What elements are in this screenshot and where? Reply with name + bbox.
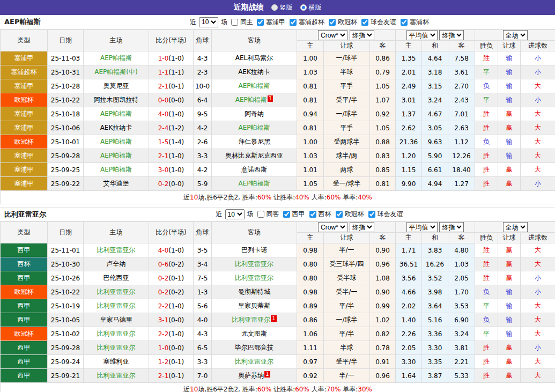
halftime-score: (1-0) xyxy=(168,247,184,254)
type-cell: 塞浦甲 xyxy=(1,79,48,93)
games-count-select[interactable]: 10 xyxy=(199,17,218,27)
away-team-cell: 曼彻斯特城 xyxy=(212,285,297,299)
column-header: 主场 xyxy=(84,222,149,243)
away-team-name: AEK拉纳卡 xyxy=(238,68,270,76)
result-goals-cell: 小 xyxy=(521,285,555,299)
odds-stage-select[interactable]: 终指 xyxy=(350,30,374,40)
away-team-cell: 拜仁慕尼黑 xyxy=(212,135,297,149)
avg-away-odds: 18.40 xyxy=(448,163,475,177)
away-team-name: 比利亚雷亚尔 xyxy=(232,316,270,323)
type-cell: 欧冠杯 xyxy=(1,135,48,149)
vertical-radio[interactable] xyxy=(271,4,278,11)
fulltime-score: 4-0 xyxy=(158,110,169,118)
league-checkbox-4[interactable] xyxy=(401,19,408,26)
same-venue-checkbox[interactable] xyxy=(257,211,264,218)
avg-away-odds: 5.33 xyxy=(448,369,475,383)
away-team-name: 皇家贝蒂斯 xyxy=(238,302,270,309)
date-cell: 25-10-05 xyxy=(48,313,84,327)
handicap-cell: 两球 xyxy=(324,163,370,177)
type-cell: 塞浦甲 xyxy=(1,51,48,65)
date-cell: 25-10-30 xyxy=(48,257,84,271)
avg-away-odds: 2.21 xyxy=(448,355,475,369)
games-count-select[interactable]: 10 xyxy=(225,209,245,219)
average-stage-select[interactable]: 终指 xyxy=(439,30,464,40)
crow-away-odds: 0.81 xyxy=(370,177,396,191)
games-label: 场 xyxy=(221,18,227,27)
crow-home-odds: 1.03 xyxy=(297,149,324,163)
avg-home-odds: 2.62 xyxy=(396,121,422,135)
odds-provider-select[interactable]: Crow* xyxy=(318,222,347,232)
home-team-name: AEP帕福斯 xyxy=(100,152,132,159)
date-cell: 25-09-28 xyxy=(48,149,84,163)
odds-stage-select[interactable]: 终指 xyxy=(350,222,374,232)
score-cell: 0-2(0-0) xyxy=(149,177,194,191)
league-checkbox-2[interactable] xyxy=(336,211,343,218)
avg-away-odds: 6.90 xyxy=(448,313,475,327)
home-team-cell: AEP帕福斯 xyxy=(84,135,149,149)
fulltime-score: 1-1 xyxy=(158,69,169,76)
result-wdl-cell: 平 xyxy=(475,65,498,79)
avg-home-odds: 2.26 xyxy=(396,327,422,341)
average-stage-select[interactable]: 终指 xyxy=(439,222,464,232)
average-select[interactable]: 平均值 xyxy=(406,30,438,40)
result-handicap-cell: 赢 xyxy=(498,121,521,135)
avg-away-odds: 1.12 xyxy=(448,135,475,149)
result-goals-cell: 大 xyxy=(521,369,555,383)
summary-segment: 单率: xyxy=(341,194,358,201)
result-goals-cell: 大 xyxy=(521,107,555,121)
result-wdl-cell: 负 xyxy=(475,79,498,93)
scope-select[interactable]: 全场 xyxy=(503,30,528,40)
handicap-cell: 半球 xyxy=(324,65,370,79)
avg-home-odds: 1.35 xyxy=(396,51,422,65)
summary-segment: 10 xyxy=(190,194,198,201)
horizontal-radio[interactable] xyxy=(300,4,307,11)
league-checkbox-0[interactable] xyxy=(283,211,290,218)
result-handicap-cell: 输 xyxy=(498,299,521,313)
league-checkbox-0[interactable] xyxy=(257,19,264,26)
date-cell: 25-09-25 xyxy=(48,163,84,177)
avg-home-odds: 1.15 xyxy=(396,163,422,177)
crow-home-odds: 0.98 xyxy=(297,243,324,257)
scope-select[interactable]: 全场 xyxy=(503,222,528,232)
type-cell: 欧冠杯 xyxy=(1,327,48,341)
avg-home-odds: 2.02 xyxy=(396,299,422,313)
league-checkbox-1[interactable] xyxy=(309,211,316,218)
league-checkbox-2[interactable] xyxy=(329,19,336,26)
crow-home-odds: 0.89 xyxy=(297,299,324,313)
away-team-name: AEP帕福斯 xyxy=(235,96,267,103)
same-venue-label: 同客 xyxy=(267,210,279,219)
result-goals-cell: 小 xyxy=(521,177,555,191)
table-row: 西甲25-11-01比利亚雷亚尔4-0(1-0)3-5巴列卡诺0.98半/一0.… xyxy=(1,243,555,257)
away-team-name: 拜仁慕尼黑 xyxy=(238,138,270,145)
league-checkbox-label: 塞浦杯 xyxy=(410,18,429,27)
table-row: 西甲25-09-21比利亚雷亚尔2-1(0-1)7-0奥萨苏纳10.92半/一0… xyxy=(1,369,555,383)
result-handicap-cell: 输 xyxy=(498,79,521,93)
type-cell: 塞浦甲 xyxy=(1,121,48,135)
crow-home-odds: 0.94 xyxy=(297,107,324,121)
league-checkbox-3[interactable] xyxy=(368,211,375,218)
odds-provider-select[interactable]: Crow* xyxy=(318,30,347,40)
result-handicap-cell: 赢 xyxy=(498,257,521,271)
crow-away-odds: 0.79 xyxy=(370,65,396,79)
away-team-cell: 阿奇纳 xyxy=(212,107,297,121)
league-checkbox-1[interactable] xyxy=(290,19,297,26)
halftime-score: (0-2) xyxy=(168,289,184,296)
crow-home-odds: 1.05 xyxy=(297,177,324,191)
avg-away-odds: 12.26 xyxy=(448,149,475,163)
column-header: 日期 xyxy=(48,30,84,51)
league-checkbox-3[interactable] xyxy=(361,19,368,26)
result-handicap-cell: 输 xyxy=(498,65,521,79)
type-cell: 塞浦甲 xyxy=(1,107,48,121)
result-wdl-cell: 胜 xyxy=(475,149,498,163)
average-select[interactable]: 平均值 xyxy=(406,222,438,232)
fulltime-score: 2-1 xyxy=(158,152,169,160)
corner-cell: 3-4 xyxy=(194,257,212,271)
date-cell: 25-11-01 xyxy=(48,243,84,257)
crow-away-odds: 0.90 xyxy=(370,243,396,257)
avg-home-odds: 1.20 xyxy=(396,149,422,163)
avg-draw-odds: 3.18 xyxy=(422,65,448,79)
odds-group-crow: Crow* 终指 xyxy=(297,222,396,233)
handicap-cell: 球半/两 xyxy=(324,149,370,163)
same-venue-checkbox[interactable] xyxy=(231,19,238,26)
summary-segment: 60% xyxy=(327,194,341,201)
